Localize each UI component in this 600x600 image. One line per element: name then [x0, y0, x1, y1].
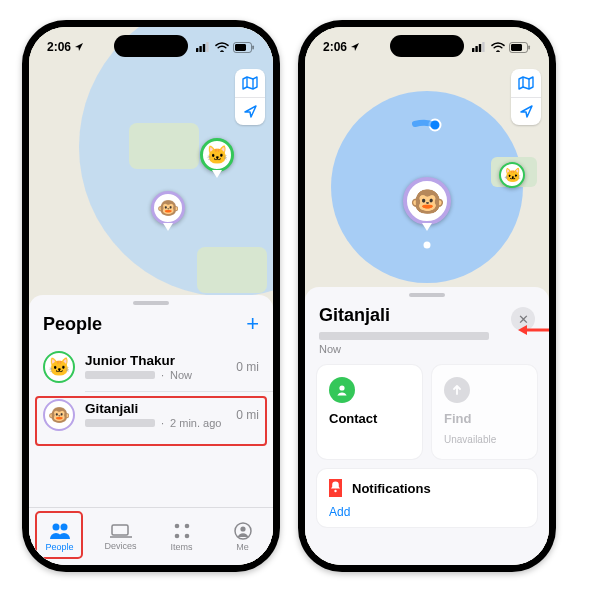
person-distance: 0 mi	[236, 360, 259, 374]
person-row-junior[interactable]: 🐱 Junior Thakur ·Now 0 mi	[29, 343, 273, 391]
person-distance: 0 mi	[236, 408, 259, 422]
notifications-card[interactable]: Notifications Add	[317, 469, 537, 527]
tab-label: Items	[170, 542, 192, 552]
person-time: Now	[170, 369, 192, 381]
status-right	[196, 42, 255, 53]
map-pin-gitanjali[interactable]: 🐵	[151, 191, 185, 231]
phone-right: 2:06 🐵 🐱	[298, 20, 556, 572]
svg-rect-20	[472, 48, 474, 52]
person-detail-sheet: Gitanjali Now ✕ Contact Find	[305, 287, 549, 565]
svg-point-11	[52, 523, 59, 530]
map-pin-junior[interactable]: 🐱	[499, 162, 525, 188]
map-mode-button[interactable]	[235, 69, 265, 97]
battery-icon	[509, 42, 531, 53]
svg-rect-23	[482, 42, 484, 52]
status-right	[472, 42, 531, 53]
map-mode-icon	[518, 75, 534, 91]
svg-point-15	[184, 523, 189, 528]
cellular-icon	[472, 42, 487, 52]
svg-rect-9	[129, 123, 199, 169]
cat-icon: 🐱	[206, 144, 228, 166]
svg-point-19	[240, 526, 245, 531]
bell-icon	[329, 479, 342, 497]
status-time: 2:06	[323, 40, 347, 54]
annotation-arrow-icon	[517, 323, 549, 337]
person-name: Gitanjali	[85, 401, 236, 416]
cat-icon: 🐱	[504, 167, 521, 183]
detail-time: Now	[319, 343, 535, 355]
svg-rect-10	[197, 247, 267, 293]
map-pin-gitanjali-selected[interactable]: 🐵	[403, 177, 451, 231]
map-mode-button[interactable]	[511, 69, 541, 97]
map-pin-junior[interactable]: 🐱	[200, 138, 234, 178]
svg-rect-0	[196, 48, 198, 52]
tab-label: People	[45, 542, 73, 552]
items-icon	[173, 522, 191, 540]
card-subtitle: Unavailable	[444, 434, 525, 445]
phone-left: 2:06 🐱 🐵	[22, 20, 280, 572]
svg-rect-1	[199, 46, 201, 52]
location-services-icon	[350, 42, 360, 52]
person-name: Junior Thakur	[85, 353, 236, 368]
svg-rect-21	[475, 46, 477, 52]
recenter-button[interactable]	[235, 97, 265, 125]
sheet-grabber[interactable]	[133, 301, 169, 305]
map-mode-icon	[242, 75, 258, 91]
tab-label: Me	[236, 542, 249, 552]
svg-rect-22	[479, 44, 481, 52]
tab-items[interactable]: Items	[151, 508, 212, 565]
detail-title: Gitanjali	[319, 305, 535, 326]
tab-me[interactable]: Me	[212, 508, 273, 565]
dynamic-island	[114, 35, 188, 57]
sheet-title: People	[43, 314, 102, 335]
add-notification-button[interactable]: Add	[329, 505, 525, 519]
monkey-icon: 🐵	[157, 197, 179, 219]
contact-card[interactable]: Contact	[317, 365, 422, 459]
tab-devices[interactable]: Devices	[90, 508, 151, 565]
wifi-icon	[491, 42, 505, 52]
svg-point-34	[334, 490, 336, 492]
svg-point-14	[174, 523, 179, 528]
person-row-gitanjali[interactable]: 🐵 Gitanjali ·2 min. ago 0 mi	[29, 391, 273, 439]
card-title: Find	[444, 411, 525, 426]
svg-rect-26	[528, 45, 530, 49]
redacted-address	[85, 419, 155, 427]
location-services-icon	[74, 42, 84, 52]
find-icon	[444, 377, 470, 403]
monkey-icon: 🐵	[48, 404, 70, 426]
people-icon	[48, 522, 72, 540]
people-list: 🐱 Junior Thakur ·Now 0 mi 🐵 Gitanjali ·2…	[29, 343, 273, 439]
location-arrow-icon	[519, 104, 534, 119]
tab-bar: People Devices Items Me	[29, 507, 273, 565]
svg-point-33	[339, 385, 344, 390]
tab-people[interactable]: People	[29, 508, 90, 565]
monkey-icon: 🐵	[410, 185, 445, 218]
contact-icon	[329, 377, 355, 403]
redacted-address	[85, 371, 155, 379]
location-arrow-icon	[243, 104, 258, 119]
svg-point-17	[184, 533, 189, 538]
person-time: 2 min. ago	[170, 417, 221, 429]
wifi-icon	[215, 42, 229, 52]
redacted-address	[319, 332, 489, 340]
battery-icon	[233, 42, 255, 53]
svg-point-31	[424, 242, 431, 249]
svg-rect-3	[206, 42, 208, 52]
card-title: Contact	[329, 411, 410, 426]
svg-rect-2	[203, 44, 205, 52]
people-sheet: People + 🐱 Junior Thakur ·Now 0 mi 🐵 Git…	[29, 295, 273, 565]
cellular-icon	[196, 42, 211, 52]
tab-label: Devices	[104, 541, 136, 551]
me-icon	[234, 522, 252, 540]
sheet-grabber[interactable]	[409, 293, 445, 297]
svg-point-12	[60, 523, 67, 530]
screen-right: 2:06 🐵 🐱	[305, 27, 549, 565]
find-card: Find Unavailable	[432, 365, 537, 459]
svg-point-16	[174, 533, 179, 538]
svg-rect-6	[252, 45, 254, 49]
add-person-button[interactable]: +	[246, 311, 259, 337]
screen-left: 2:06 🐱 🐵	[29, 27, 273, 565]
svg-rect-25	[511, 44, 522, 51]
recenter-button[interactable]	[511, 97, 541, 125]
dynamic-island	[390, 35, 464, 57]
